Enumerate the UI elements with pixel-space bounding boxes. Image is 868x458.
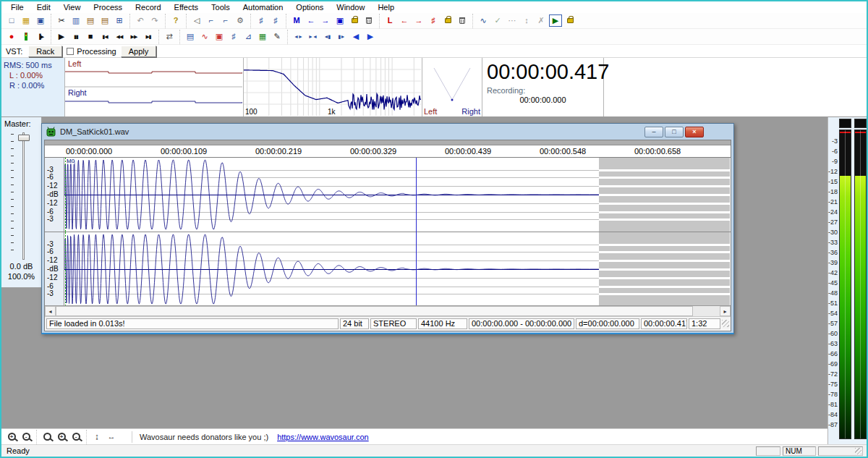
waveform-left-channel[interactable] bbox=[64, 158, 731, 232]
minimize-button[interactable]: – bbox=[644, 127, 663, 137]
statistics-button[interactable]: ∿ bbox=[198, 30, 211, 43]
loop-prev-button[interactable]: ← bbox=[398, 14, 411, 27]
wavosaur-link[interactable]: https://www.wavosaur.con bbox=[277, 433, 369, 441]
zoom-wave-in-button[interactable]: ◄► bbox=[292, 30, 305, 43]
automation-points-button[interactable]: ⋯ bbox=[506, 14, 519, 27]
marker-delete-button[interactable] bbox=[362, 14, 375, 27]
automation-apply-button[interactable]: ✓ bbox=[491, 14, 504, 27]
loop-mode-button[interactable]: ⇄ bbox=[163, 30, 176, 43]
automation-scale-button[interactable]: ↕ bbox=[520, 14, 533, 27]
clip-indicator-left[interactable] bbox=[839, 119, 851, 128]
zoom-vertical-out-button[interactable]: ↔ bbox=[105, 431, 118, 443]
overview-bar[interactable] bbox=[45, 140, 731, 145]
play-from-cursor-button[interactable]: ▐▶ bbox=[34, 30, 47, 43]
scroll-right-arrow[interactable]: ▸ bbox=[720, 306, 731, 316]
zoom-out-button[interactable]: - bbox=[20, 431, 33, 443]
marker-m0[interactable]: M0 bbox=[67, 158, 75, 164]
zoom-sel-wave-button[interactable]: ◄▮ bbox=[320, 30, 333, 43]
loop-next-button[interactable]: → bbox=[412, 14, 425, 27]
playback-cursor[interactable] bbox=[416, 158, 417, 305]
open-file-button[interactable]: ▦ bbox=[20, 14, 33, 27]
paste-button[interactable]: ▤ bbox=[84, 14, 97, 27]
new-file-button[interactable]: □ bbox=[5, 14, 18, 27]
scrollbar-thumb[interactable] bbox=[56, 306, 693, 316]
cut-button[interactable]: ✂ bbox=[55, 14, 68, 27]
zoom-full-button[interactable]: - bbox=[69, 431, 82, 443]
vst-route-a-button[interactable]: ⌐ bbox=[205, 14, 218, 27]
menu-options[interactable]: Options bbox=[289, 2, 330, 12]
zoom-in-button[interactable]: + bbox=[5, 431, 18, 443]
menu-automation[interactable]: Automation bbox=[237, 2, 290, 12]
scroll-left-arrow[interactable]: ◂ bbox=[45, 306, 56, 316]
interpolate-button[interactable]: ♯ bbox=[227, 30, 240, 43]
zoom-vertical-in-button[interactable]: ↨ bbox=[90, 431, 103, 443]
vst-options-button[interactable]: ⚙ bbox=[234, 14, 247, 27]
waveform-right-channel[interactable] bbox=[64, 232, 731, 305]
master-slider[interactable] bbox=[22, 132, 25, 260]
automation-lock-button[interactable] bbox=[563, 14, 576, 27]
convert-b-button[interactable]: ♯ bbox=[269, 14, 282, 27]
pencil-button[interactable]: ✎ bbox=[271, 30, 284, 43]
automation-play-button[interactable]: ▶ bbox=[549, 14, 562, 27]
zoom-wave-out-button[interactable]: ►◄ bbox=[306, 30, 319, 43]
automation-curve-button[interactable]: ∿ bbox=[477, 14, 490, 27]
marker-add-button[interactable]: M bbox=[290, 14, 303, 27]
checkbox-box[interactable] bbox=[67, 48, 74, 55]
window-resize-grip[interactable] bbox=[855, 448, 861, 454]
help-button[interactable]: ? bbox=[169, 14, 182, 27]
insert-button[interactable]: ▤ bbox=[184, 30, 197, 43]
clip-indicator-right[interactable] bbox=[854, 119, 867, 128]
close-button[interactable]: × bbox=[685, 127, 704, 137]
loop-lock-button[interactable] bbox=[441, 14, 454, 27]
vst-route-b-button[interactable]: ⌐ bbox=[219, 14, 232, 27]
marker-lock-button[interactable] bbox=[348, 14, 361, 27]
document-titlebar[interactable]: DM_SatKick01.wav – □ × bbox=[44, 124, 731, 140]
vst-processing-checkbox[interactable]: Processing bbox=[67, 47, 116, 56]
resize-grip[interactable] bbox=[722, 320, 729, 327]
menu-window[interactable]: Window bbox=[330, 2, 371, 12]
go-start-button[interactable]: ▮◀ bbox=[98, 30, 111, 43]
menu-effects[interactable]: Effects bbox=[168, 2, 205, 12]
save-file-button[interactable]: ▣ bbox=[34, 14, 47, 27]
rewind-button[interactable]: ◀◀ bbox=[113, 30, 126, 43]
go-end-button[interactable]: ▶▮ bbox=[142, 30, 155, 43]
menu-view[interactable]: View bbox=[57, 2, 88, 12]
view-next-button[interactable]: ▶ bbox=[364, 30, 377, 43]
dynamics-button[interactable]: ⊿ bbox=[242, 30, 255, 43]
timeline-ruler[interactable]: 00:00:00.00000:00:00.10900:00:00.21900:0… bbox=[45, 145, 731, 158]
scrollbar-track[interactable] bbox=[56, 306, 720, 316]
marker-prev-button[interactable]: ← bbox=[305, 14, 318, 27]
convert-a-button[interactable]: ♯ bbox=[255, 14, 268, 27]
play-button[interactable]: ▶ bbox=[55, 30, 68, 43]
menu-edit[interactable]: Edit bbox=[30, 2, 57, 12]
menu-tools[interactable]: Tools bbox=[205, 2, 237, 12]
loop-delete-button[interactable] bbox=[456, 14, 469, 27]
maximize-button[interactable]: □ bbox=[665, 127, 684, 137]
monitor-output-button[interactable]: ◁ bbox=[190, 14, 203, 27]
master-slider-thumb[interactable] bbox=[18, 135, 30, 141]
channel-copy-button[interactable]: ▣ bbox=[213, 30, 226, 43]
horizontal-scrollbar[interactable]: ◂ ▸ bbox=[45, 305, 731, 316]
vst-apply-button[interactable]: Apply bbox=[121, 46, 157, 57]
waveform-display[interactable]: -3-6-12-dB-12-6-3 -3-6-12-dB-12-6-3 M0 bbox=[45, 158, 731, 305]
loop-add-button[interactable]: L bbox=[383, 14, 396, 27]
paste-special-button[interactable]: ▤ bbox=[98, 14, 111, 27]
menu-help[interactable]: Help bbox=[371, 2, 401, 12]
menu-file[interactable]: File bbox=[4, 2, 30, 12]
copy-button[interactable]: ▥ bbox=[69, 14, 82, 27]
automation-clear-button[interactable]: ✗ bbox=[535, 14, 548, 27]
record-monitor-button[interactable] bbox=[20, 30, 33, 43]
stop-button[interactable]: ■ bbox=[84, 30, 97, 43]
vst-rack-button[interactable]: Rack bbox=[28, 46, 62, 57]
marker-select-button[interactable]: ▣ bbox=[333, 14, 346, 27]
undo-button[interactable]: ↶ bbox=[134, 14, 147, 27]
menu-process[interactable]: Process bbox=[87, 2, 129, 12]
menu-record[interactable]: Record bbox=[129, 2, 167, 12]
forward-button[interactable]: ▶▶ bbox=[127, 30, 140, 43]
zoom-reset-button[interactable] bbox=[41, 431, 54, 443]
trim-button[interactable]: ⊞ bbox=[113, 14, 126, 27]
zoom-selection-button[interactable]: + bbox=[55, 431, 68, 443]
loop-select-button[interactable]: ♯ bbox=[427, 14, 440, 27]
zoom-all-wave-button[interactable]: ▮► bbox=[335, 30, 348, 43]
marker-next-button[interactable]: → bbox=[319, 14, 332, 27]
